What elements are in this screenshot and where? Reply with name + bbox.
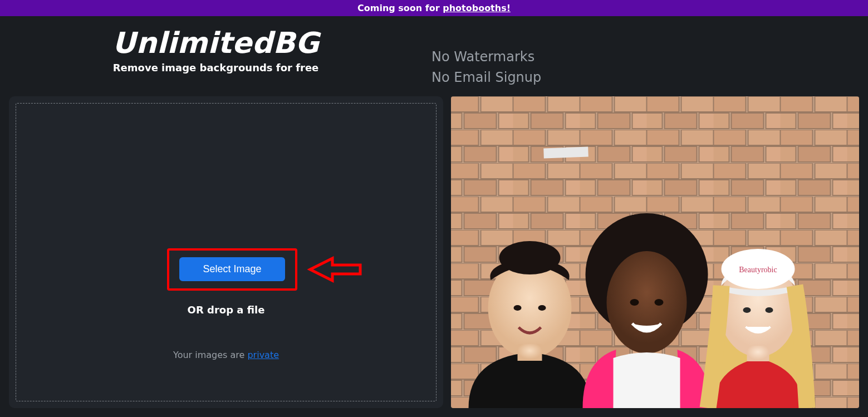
svg-point-12	[538, 305, 546, 311]
svg-point-11	[514, 305, 522, 311]
feature-item: No Email Signup	[431, 67, 541, 88]
privacy-link[interactable]: private	[247, 350, 279, 360]
drop-text: OR drop a file	[188, 304, 265, 316]
banner-prefix: Coming soon for	[357, 3, 443, 13]
dropzone[interactable]: Select Image OR drop a file Your images …	[16, 103, 437, 401]
tagline: Remove image backgrounds for free	[113, 62, 319, 73]
feature-item-faded	[431, 26, 541, 47]
privacy-prefix: Your images are	[173, 350, 247, 360]
upload-panel: Select Image OR drop a file Your images …	[9, 96, 443, 408]
svg-point-16	[655, 299, 664, 306]
privacy-text: Your images are private	[173, 350, 279, 360]
svg-point-14	[607, 251, 687, 354]
svg-point-21	[766, 307, 773, 313]
logo: UnlimitedBG	[112, 26, 319, 60]
svg-rect-19	[747, 346, 769, 361]
banner-link[interactable]: photobooths!	[443, 3, 511, 13]
select-image-button[interactable]: Select Image	[179, 257, 285, 281]
feature-item: No Watermarks	[431, 47, 541, 67]
brand-wrap: UnlimitedBG Remove image backgrounds for…	[0, 26, 431, 73]
sample-cap-text: Beautyrobic	[739, 266, 777, 274]
svg-point-9	[499, 241, 561, 274]
sample-image-svg: Beautyrobic	[451, 96, 859, 408]
sample-person-3: Beautyrobic	[708, 249, 807, 408]
svg-rect-7	[543, 146, 589, 158]
svg-point-15	[630, 299, 639, 306]
sample-image: Beautyrobic	[451, 96, 859, 408]
main-content: Select Image OR drop a file Your images …	[0, 96, 868, 408]
sample-person-2	[583, 213, 711, 408]
annotation-arrow-icon	[305, 253, 366, 288]
page-header: UnlimitedBG Remove image backgrounds for…	[0, 16, 868, 96]
svg-rect-10	[518, 344, 542, 361]
feature-list: No Watermarks No Email Signup	[431, 26, 541, 89]
svg-point-20	[743, 307, 751, 313]
annotation-highlight-box: Select Image	[167, 248, 297, 291]
announcement-banner: Coming soon for photobooths!	[0, 0, 868, 16]
